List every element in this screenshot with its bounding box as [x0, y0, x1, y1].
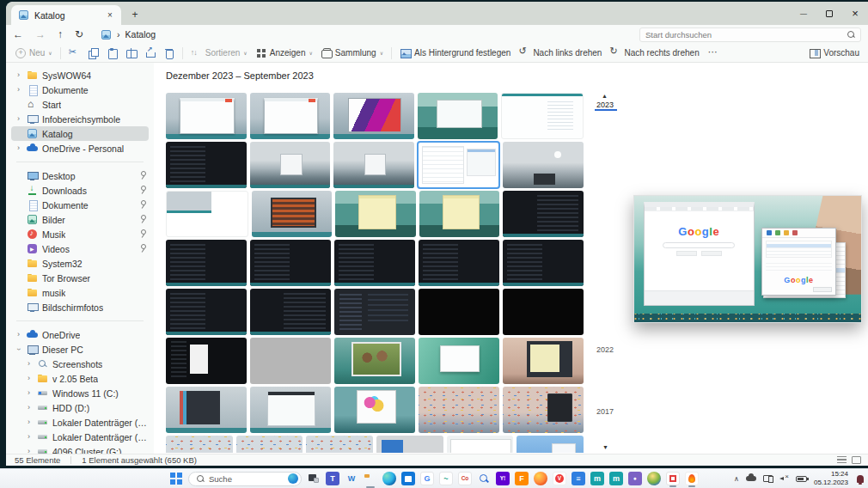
onedrive-tray-icon[interactable]	[746, 476, 756, 481]
sidebar-item-v-2-05-beta[interactable]: ›v 2.05 Beta	[11, 371, 149, 386]
photo-thumbnail-icons-light[interactable]	[166, 436, 233, 453]
expand-chevron-icon[interactable]: ›	[15, 144, 22, 152]
timeline-year-2023[interactable]: 2023	[596, 101, 614, 109]
photo-thumbnail-purple-2024[interactable]	[333, 93, 414, 139]
forward-button[interactable]: →	[35, 29, 46, 40]
files-m2-icon[interactable]: m	[609, 472, 623, 485]
teams-icon[interactable]: T	[326, 472, 339, 485]
sidebar-item-4096-cluster-g[interactable]: ›4096 Cluster (G:)	[11, 444, 149, 454]
photo-thumbnail-misty-dialog[interactable]	[250, 142, 331, 188]
expand-chevron-icon[interactable]: ›	[15, 331, 22, 339]
photo-thumbnail-dogs[interactable]	[334, 338, 415, 384]
sidebar-item-screenshots[interactable]: ›Screenshots	[11, 357, 149, 371]
files-m-icon[interactable]: m	[590, 472, 604, 485]
expand-chevron-icon[interactable]: ›	[25, 404, 33, 412]
edge-icon[interactable]	[382, 472, 396, 485]
sidebar-item-start[interactable]: Start	[11, 97, 149, 112]
collection-button[interactable]: Sammlung ∨	[321, 47, 383, 58]
photo-thumbnail-explorer-dark[interactable]	[334, 289, 415, 335]
expand-chevron-icon[interactable]: ›	[25, 433, 33, 441]
sort-button[interactable]: Sortieren ∨	[191, 47, 248, 58]
photo-thumbnail-install-green[interactable]	[419, 338, 499, 384]
expand-chevron-icon[interactable]: ›	[25, 360, 33, 368]
photo-thumbnail-black[interactable]	[503, 289, 584, 335]
photo-thumbnail-start-sunset[interactable]	[503, 387, 584, 433]
sidebar-item-syswow64[interactable]: ›SysWOW64	[11, 68, 149, 82]
search-input[interactable]: Start durchsuchen	[639, 27, 861, 42]
copy-icon[interactable]	[88, 47, 99, 58]
photo-thumbnail-terminal2[interactable]	[250, 289, 331, 335]
expand-chevron-icon[interactable]: ›	[25, 448, 33, 454]
photo-thumbnail-misty-dialog[interactable]	[333, 142, 414, 188]
rotate-left-button[interactable]: Nach links drehen	[518, 47, 602, 58]
photo-thumbnail-terminal[interactable]	[503, 240, 584, 286]
photo-thumbnail-gray-card[interactable]	[376, 436, 443, 453]
breadcrumb-item[interactable]: Katalog	[125, 29, 156, 40]
preview-toggle-button[interactable]: Vorschau	[809, 47, 859, 58]
details-view-icon[interactable]	[837, 456, 847, 464]
com-app-icon[interactable]: Co	[458, 472, 472, 485]
sidebar-item-onedrive[interactable]: ›OneDrive	[11, 327, 149, 342]
sidebar-item-musik[interactable]: Musik	[11, 227, 149, 241]
minimize-button[interactable]	[791, 2, 816, 25]
sidebar-item-bildschirmfotos[interactable]: Bildschirmfotos	[11, 300, 149, 314]
sidebar-item-lokaler-datentr-ger-e[interactable]: ›Lokaler Datenträger (E:)	[11, 415, 149, 430]
file-explorer-icon[interactable]	[364, 472, 377, 485]
breadcrumb[interactable]: › Katalog	[101, 29, 156, 40]
photo-thumbnail-paint-doodle[interactable]	[334, 387, 415, 433]
photo-thumbnail-terminal[interactable]	[419, 240, 499, 286]
up-button[interactable]: ↑	[58, 29, 63, 40]
sidebar-item-videos[interactable]: Videos	[11, 241, 149, 256]
expand-chevron-icon[interactable]: ›	[25, 418, 33, 426]
sidebar-item-dokumente[interactable]: ›Dokumente	[11, 82, 149, 97]
sidebar-item-onedrive-personal[interactable]: ›OneDrive - Personal	[11, 141, 149, 156]
back-button[interactable]: ←	[13, 29, 23, 40]
store-icon[interactable]	[401, 472, 415, 485]
sysspot-icon[interactable]: ≡	[572, 472, 585, 485]
red-box-icon[interactable]	[666, 472, 680, 485]
photo-thumbnail-black[interactable]	[419, 289, 499, 335]
timeline-scrollbar[interactable]: ▲ 2023 2022 2017 ▼	[594, 93, 620, 450]
photo-thumbnail-icons-light[interactable]	[306, 436, 373, 453]
vivaldi-icon[interactable]: V	[553, 472, 566, 485]
f-app-icon[interactable]: F	[515, 472, 529, 485]
color-sphere-icon[interactable]	[647, 472, 661, 485]
close-button[interactable]	[842, 2, 868, 25]
sidebar-item-windows-11-c[interactable]: ›Windows 11 (C:)	[11, 386, 149, 400]
wave-app-icon[interactable]: ~	[439, 472, 453, 485]
sidebar-item-tor-browser[interactable]: Tor Browser	[11, 271, 149, 285]
timeline-year-2017[interactable]: 2017	[596, 407, 614, 416]
scroll-up-icon[interactable]: ▲	[602, 93, 608, 99]
delete-icon[interactable]	[163, 47, 174, 58]
photo-thumbnail-win-light[interactable]	[250, 93, 331, 139]
taskbar-search[interactable]: Suche	[188, 472, 302, 486]
large-icons-view-icon[interactable]	[852, 456, 861, 464]
share-icon[interactable]	[144, 47, 156, 58]
word-icon[interactable]: W	[345, 472, 358, 485]
notification-bell-icon[interactable]	[857, 475, 864, 483]
flame-icon[interactable]	[685, 472, 699, 485]
sidebar-item-musik[interactable]: musik	[11, 285, 149, 300]
task-view-icon[interactable]	[307, 472, 321, 485]
yahoo-icon[interactable]: Y!	[496, 472, 510, 485]
photo-thumbnail-teal-note[interactable]	[335, 191, 416, 237]
maximize-button[interactable]	[816, 2, 842, 25]
sidebar-item-desktop[interactable]: Desktop	[11, 168, 149, 183]
start-button[interactable]	[169, 472, 183, 485]
photo-thumbnail-google-selected[interactable]	[418, 142, 500, 188]
photo-thumbnail-mountain-media[interactable]	[252, 191, 333, 237]
paste-icon[interactable]	[107, 47, 118, 58]
view-button[interactable]: Anzeigen ∨	[255, 47, 313, 58]
rotate-right-button[interactable]: Nach rechts drehen	[609, 47, 699, 58]
expand-chevron-icon[interactable]: ›	[15, 345, 22, 353]
sidebar-item-infobereichsymbole[interactable]: ›Infobereichsymbole	[11, 112, 149, 126]
new-button[interactable]: Neu ∨	[15, 47, 52, 58]
more-options-icon[interactable]	[707, 47, 718, 58]
photo-thumbnail-gray[interactable]	[250, 338, 331, 384]
photo-thumbnail-blue-sky[interactable]	[517, 436, 584, 453]
photo-thumbnail-terminal[interactable]	[166, 289, 247, 335]
photo-thumbnail-terminal[interactable]	[250, 240, 331, 286]
photo-thumbnail-dark-doc[interactable]	[166, 338, 247, 384]
sidebar-item-dokumente[interactable]: Dokumente	[11, 198, 149, 212]
photo-thumbnail-corner-white[interactable]	[166, 191, 248, 237]
